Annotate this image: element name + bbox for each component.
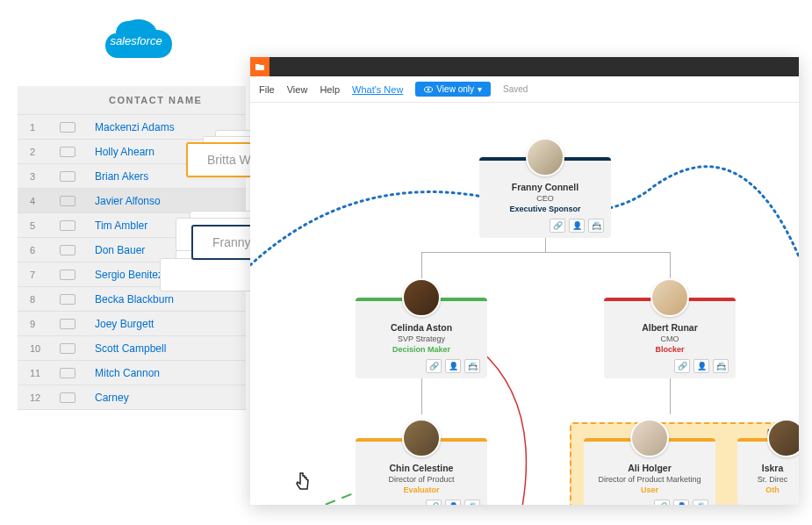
row-number: 9 <box>18 319 60 329</box>
card-title: SVP Strategy <box>361 334 482 343</box>
contact-link[interactable]: Sergio Benitez <box>95 269 163 281</box>
checkbox[interactable] <box>60 343 75 354</box>
row-number: 6 <box>18 245 60 255</box>
row-number: 4 <box>18 196 60 206</box>
notes-icon[interactable]: 📇 <box>713 359 729 373</box>
avatar <box>650 278 689 317</box>
checkbox[interactable] <box>60 392 75 403</box>
org-card-cmo[interactable]: Albert Runar CMO Blocker 🔗 👤 📇 <box>604 298 736 378</box>
avatar <box>402 278 441 317</box>
view-only-pill[interactable]: View only ▾ <box>415 82 491 97</box>
menu-help[interactable]: Help <box>320 84 340 95</box>
checkbox[interactable] <box>60 171 75 182</box>
person-icon[interactable]: 👤 <box>445 500 461 505</box>
person-icon[interactable]: 👤 <box>445 359 461 373</box>
table-row[interactable]: 4Javier Alfonso <box>18 189 246 213</box>
notes-icon[interactable]: 📇 <box>464 500 480 505</box>
notes-icon[interactable]: 📇 <box>464 359 480 373</box>
table-row[interactable]: 9Joey Burgett <box>18 312 246 336</box>
card-name: Chin Celestine <box>361 463 482 473</box>
org-card-ceo[interactable]: Franny Connell CEO Executive Sponsor 🔗 👤… <box>479 157 611 238</box>
link-icon[interactable]: 🔗 <box>426 359 442 373</box>
contact-link[interactable]: Joey Burgett <box>95 318 154 330</box>
saved-status: Saved <box>503 84 528 94</box>
contacts-header: CONTACT NAME <box>18 86 246 115</box>
title-bar <box>250 57 799 76</box>
contact-link[interactable]: Javier Alfonso <box>95 195 161 207</box>
checkbox[interactable] <box>60 196 75 206</box>
table-row[interactable]: 10Scott Campbell <box>18 336 246 361</box>
svg-text:salesforce: salesforce <box>110 34 162 47</box>
org-card-iskra[interactable]: Iskra Sr. Direc Oth <box>737 438 799 505</box>
card-name: Celinda Aston <box>361 322 482 333</box>
contact-link[interactable]: Scott Campbell <box>95 342 166 355</box>
chevron-down-icon: ▾ <box>478 84 482 94</box>
contact-link[interactable]: Don Bauer <box>95 244 145 256</box>
checkbox[interactable] <box>60 122 75 133</box>
table-row[interactable]: 11Mitch Cannon <box>18 361 246 385</box>
menu-whats-new[interactable]: What's New <box>352 84 403 95</box>
card-title: Director of Product <box>361 475 482 484</box>
contact-link[interactable]: Mitch Cannon <box>95 367 160 379</box>
card-name: Franny Connell <box>485 182 606 192</box>
card-role: Decision Maker <box>361 345 482 354</box>
cursor-icon <box>294 471 312 497</box>
row-number: 12 <box>18 392 60 403</box>
row-number: 10 <box>18 343 60 354</box>
card-role: Oth <box>743 485 799 494</box>
menu-bar: File View Help What's New View only ▾ Sa… <box>250 76 799 103</box>
person-icon[interactable]: 👤 <box>569 219 585 233</box>
app-window: File View Help What's New View only ▾ Sa… <box>250 57 799 505</box>
notes-icon[interactable]: 📇 <box>588 219 604 233</box>
person-icon[interactable]: 👤 <box>693 359 709 373</box>
checkbox[interactable] <box>60 294 75 305</box>
card-role: Evaluator <box>361 485 482 494</box>
org-card-dir-product[interactable]: Chin Celestine Director of Product Evalu… <box>356 438 487 505</box>
card-title: CEO <box>485 194 606 203</box>
card-role: User <box>589 485 710 494</box>
salesforce-logo: salesforce <box>97 12 176 72</box>
card-name: Iskra <box>743 463 799 473</box>
menu-file[interactable]: File <box>259 84 275 95</box>
contact-link[interactable]: Tim Ambler <box>95 219 147 232</box>
card-role: Blocker <box>609 345 730 354</box>
card-name: Albert Runar <box>609 322 730 333</box>
link-icon[interactable]: 🔗 <box>654 500 670 505</box>
avatar <box>402 419 441 457</box>
contact-link[interactable]: Becka Blackburn <box>95 293 174 306</box>
card-title: Sr. Direc <box>743 475 799 484</box>
checkbox[interactable] <box>60 245 75 255</box>
menu-view[interactable]: View <box>287 84 308 95</box>
row-number: 7 <box>18 270 60 280</box>
org-card-dir-marketing[interactable]: Ali Holger Director of Product Marketing… <box>584 438 715 505</box>
table-row[interactable]: 12Carney <box>18 385 246 410</box>
org-chart-canvas[interactable]: Evaluati Franny Connell CEO Executive Sp… <box>250 103 799 505</box>
row-number: 11 <box>18 368 60 378</box>
checkbox[interactable] <box>60 368 75 378</box>
row-number: 5 <box>18 220 60 231</box>
row-number: 8 <box>18 294 60 305</box>
notes-icon[interactable]: 📇 <box>693 500 708 505</box>
contact-link[interactable]: Holly Ahearn <box>95 146 154 158</box>
contact-link[interactable]: Mackenzi Adams <box>95 121 175 133</box>
connector <box>421 252 670 253</box>
checkbox[interactable] <box>60 270 75 280</box>
folder-icon[interactable] <box>250 57 269 76</box>
org-card-svp[interactable]: Celinda Aston SVP Strategy Decision Make… <box>356 298 487 378</box>
contact-link[interactable]: Brian Akers <box>95 170 148 183</box>
link-icon[interactable]: 🔗 <box>674 359 690 373</box>
link-icon[interactable]: 🔗 <box>550 219 565 233</box>
contact-link[interactable]: Carney <box>95 392 129 404</box>
card-title: CMO <box>609 334 730 343</box>
card-name: Ali Holger <box>589 463 710 473</box>
row-number: 1 <box>18 122 60 133</box>
checkbox[interactable] <box>60 220 75 231</box>
checkbox[interactable] <box>60 147 75 157</box>
person-icon[interactable]: 👤 <box>673 500 689 505</box>
link-icon[interactable]: 🔗 <box>426 500 442 505</box>
view-pill-label: View only <box>436 84 474 94</box>
card-role: Executive Sponsor <box>485 205 606 213</box>
avatar <box>767 419 799 457</box>
checkbox[interactable] <box>60 319 75 329</box>
row-number: 3 <box>18 171 60 182</box>
